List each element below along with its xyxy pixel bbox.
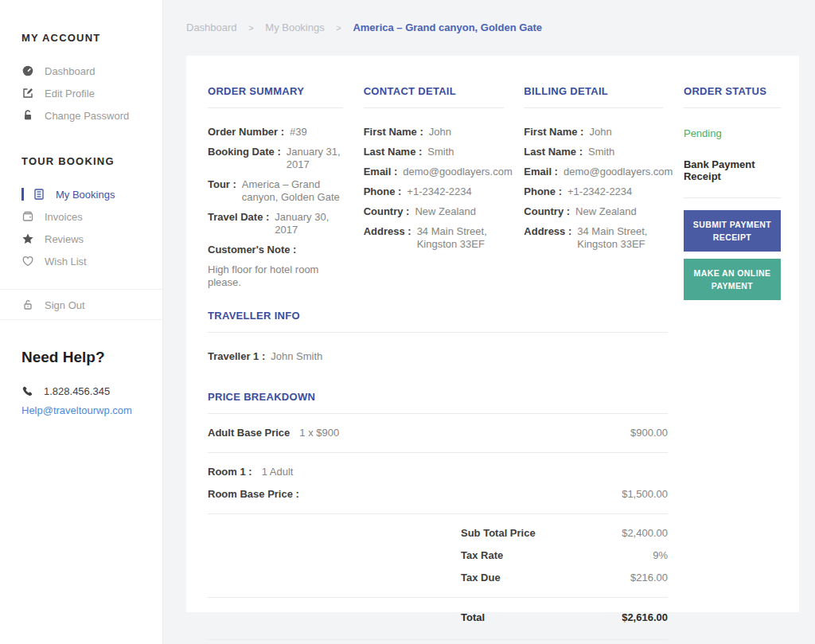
sidebar-item-label: Edit Profile — [45, 88, 95, 100]
contact-last-name-field: Last Name : Smith — [364, 146, 504, 158]
price-breakdown-section: PRICE BREAKDOWN Adult Base Price 1 x $90… — [208, 391, 668, 640]
sidebar-section-tour-booking: TOUR BOOKING — [21, 155, 162, 167]
sidebar-item-invoices[interactable]: Invoices — [0, 205, 162, 228]
sidebar-item-reviews[interactable]: Reviews — [0, 228, 162, 250]
sidebar-divider — [0, 289, 162, 290]
billing-detail-section: BILLING DETAIL First Name : John Last Na… — [524, 85, 663, 300]
sidebar-item-dashboard[interactable]: Dashboard — [0, 60, 162, 82]
breadcrumb-separator-icon: > — [248, 23, 253, 33]
contact-country-field: Country : New Zealand — [364, 205, 504, 218]
sidebar-item-edit-profile[interactable]: Edit Profile — [0, 82, 162, 104]
order-status-heading: ORDER STATUS — [684, 85, 781, 108]
adult-price-group: Adult Base Price 1 x $900 $900.00 — [208, 414, 668, 453]
edit-profile-icon — [21, 87, 34, 100]
contact-first-name-field: First Name : John — [364, 126, 504, 139]
lock-icon — [21, 109, 34, 122]
sidebar-item-label: Wish List — [45, 256, 87, 267]
grand-total-group: Total $2,616.00 — [208, 598, 668, 640]
order-summary-heading: ORDER SUMMARY — [208, 85, 343, 108]
booking-date-field: Booking Date : January 31, 2017 — [208, 146, 343, 171]
heart-icon — [21, 255, 34, 267]
sign-out-lock-icon — [21, 299, 34, 311]
sub-total-row: Sub Total Price $2,400.00 — [208, 527, 668, 540]
bank-payment-receipt-label: Bank Payment Receipt — [684, 158, 781, 198]
billing-phone-field: Phone : +1-2342-2234 — [524, 185, 663, 198]
billing-address-field: Address : 34 Main Street, Kingston 33EF — [524, 225, 663, 251]
billing-detail-heading: BILLING DETAIL — [524, 85, 663, 108]
active-indicator-bar — [21, 188, 24, 201]
traveller-1-field: Traveller 1 : John Smith — [208, 350, 668, 363]
traveller-info-section: TRAVELLER INFO Traveller 1 : John Smith — [208, 310, 668, 363]
sidebar-item-label: Dashboard — [45, 65, 96, 77]
need-help-block: Need Help? 1.828.456.345 Help@traveltour… — [0, 320, 162, 416]
make-online-payment-button[interactable]: MAKE AN ONLINE PAYMENT — [684, 259, 781, 300]
order-summary-section: ORDER SUMMARY Order Number : #39 Booking… — [208, 85, 343, 300]
tax-rate-row: Tax Rate 9% — [208, 549, 668, 562]
sidebar-item-label: Change Password — [45, 110, 129, 122]
phone-icon — [21, 385, 33, 397]
tour-link[interactable]: America – Grand canyon, Golden Gate — [242, 178, 343, 204]
sidebar-item-wish-list[interactable]: Wish List — [0, 250, 162, 272]
room-base-price-row: Room Base Price : $1,500.00 — [208, 488, 668, 501]
breadcrumb: Dashboard > My Bookings > America – Gran… — [164, 0, 815, 33]
sidebar-item-sign-out[interactable]: Sign Out — [0, 294, 162, 316]
billing-first-name-field: First Name : John — [524, 126, 663, 139]
room-row: Room 1 : 1 Adult — [208, 466, 668, 478]
sidebar-item-label: Sign Out — [45, 299, 85, 311]
billing-email-field: Email : demo@goodlayers.com — [524, 166, 663, 178]
contact-detail-section: CONTACT DETAIL First Name : John Last Na… — [364, 85, 504, 300]
traveller-info-heading: TRAVELLER INFO — [208, 310, 668, 333]
booking-detail-card: ORDER SUMMARY Order Number : #39 Booking… — [186, 56, 799, 612]
travel-date-field: Travel Date : January 30, 2017 — [208, 211, 343, 236]
sidebar-item-change-password[interactable]: Change Password — [0, 104, 162, 127]
tour-field: Tour : America – Grand canyon, Golden Ga… — [208, 178, 343, 204]
sidebar-item-my-bookings[interactable]: My Bookings — [0, 183, 162, 205]
breadcrumb-dashboard[interactable]: Dashboard — [186, 21, 237, 33]
sidebar-item-label: My Bookings — [56, 189, 115, 201]
star-icon — [21, 232, 34, 245]
price-breakdown-heading: PRICE BREAKDOWN — [208, 391, 668, 414]
contact-phone-field: Phone : +1-2342-2234 — [364, 185, 504, 198]
dashboard-icon — [21, 64, 34, 77]
tax-due-row: Tax Due $216.00 — [208, 572, 668, 584]
sidebar-item-label: Invoices — [45, 211, 83, 223]
contact-detail-heading: CONTACT DETAIL — [364, 85, 504, 108]
sidebar-section-my-account: MY ACCOUNT — [21, 0, 162, 44]
submit-payment-receipt-button[interactable]: SUBMIT PAYMENT RECEIPT — [684, 210, 781, 252]
status-badge: Pending — [684, 127, 781, 139]
order-status-section: ORDER STATUS Pending Bank Payment Receip… — [684, 85, 781, 300]
invoices-icon — [21, 210, 34, 223]
help-phone-number: 1.828.456.345 — [44, 385, 110, 397]
contact-address-field: Address : 34 Main Street, Kingston 33EF — [364, 225, 504, 251]
help-email-link[interactable]: Help@traveltourwp.com — [21, 404, 141, 416]
adult-base-price-row: Adult Base Price 1 x $900 $900.00 — [208, 427, 668, 439]
sidebar: MY ACCOUNT Dashboard Edit Profile Change… — [0, 0, 163, 644]
billing-last-name-field: Last Name : Smith — [524, 146, 663, 158]
customer-note-text: High floor for hotel room please. — [208, 263, 343, 289]
breadcrumb-separator-icon: > — [336, 23, 341, 33]
breadcrumb-my-bookings[interactable]: My Bookings — [265, 21, 324, 33]
totals-summary-group: Sub Total Price $2,400.00 Tax Rate 9% Ta… — [208, 514, 668, 598]
total-row: Total $2,616.00 — [208, 611, 668, 624]
contact-email-field: Email : demo@goodlayers.com — [364, 166, 504, 178]
order-number-field: Order Number : #39 — [208, 126, 343, 139]
main-content: Dashboard > My Bookings > America – Gran… — [164, 0, 815, 612]
sidebar-item-label: Reviews — [45, 233, 84, 245]
need-help-title: Need Help? — [21, 349, 141, 366]
breadcrumb-current-tour: America – Grand canyon, Golden Gate — [353, 21, 542, 33]
help-phone-row: 1.828.456.345 — [21, 385, 141, 397]
room-price-group: Room 1 : 1 Adult Room Base Price : $1,50… — [208, 453, 668, 514]
bookings-icon — [33, 188, 45, 201]
customer-note-label: Customer's Note : — [208, 244, 343, 256]
billing-country-field: Country : New Zealand — [524, 205, 663, 218]
